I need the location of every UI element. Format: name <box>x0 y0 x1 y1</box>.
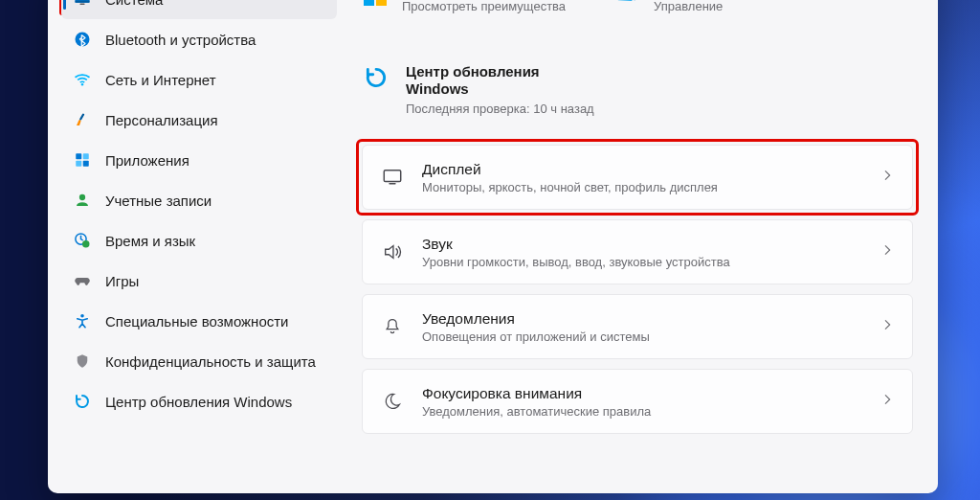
sidebar-item-label: Приложения <box>105 152 189 169</box>
sidebar-item-apps[interactable]: Приложения <box>61 140 337 180</box>
card-sound[interactable]: Звук Уровни громкости, вывод, ввод, звук… <box>362 219 913 284</box>
card-display[interactable]: Дисплей Мониторы, яркость, ночной свет, … <box>362 145 913 210</box>
card-sub: Уровни громкости, вывод, ввод, звуковые … <box>422 255 862 269</box>
svg-rect-14 <box>384 170 400 182</box>
moon-icon <box>380 392 405 411</box>
svg-rect-7 <box>83 153 89 159</box>
promo-sub: Просмотреть преимущества <box>402 0 566 13</box>
gamepad-icon <box>73 271 92 290</box>
svg-point-10 <box>79 194 85 200</box>
svg-point-4 <box>81 83 83 85</box>
card-sub: Оповещения от приложений и системы <box>422 330 862 344</box>
card-notifications[interactable]: Уведомления Оповещения от приложений и с… <box>362 294 913 359</box>
sound-icon <box>380 241 405 262</box>
svg-rect-15 <box>389 183 395 184</box>
svg-rect-5 <box>79 113 85 121</box>
chevron-right-icon <box>880 317 895 336</box>
card-sub: Уведомления, автоматические правила <box>422 404 862 419</box>
settings-cards: Дисплей Мониторы, яркость, ночной свет, … <box>362 145 913 434</box>
apps-icon <box>73 150 92 170</box>
svg-point-12 <box>82 240 90 248</box>
windows-update-tile[interactable]: Центр обновленияWindows Последняя провер… <box>362 63 913 116</box>
sidebar-item-label: Персонализация <box>105 112 218 128</box>
sidebar-item-label: Время и язык <box>105 233 195 249</box>
card-title: Фокусировка внимания <box>422 385 862 402</box>
sidebar-item-label: Специальные возможности <box>105 313 289 330</box>
svg-point-3 <box>76 33 90 47</box>
sidebar-item-accessibility[interactable]: Специальные возможности <box>61 301 337 341</box>
sidebar-item-label: Конфиденциальность и защита <box>105 353 316 370</box>
sidebar-item-bluetooth[interactable]: Bluetooth и устройства <box>61 19 337 59</box>
clock-globe-icon <box>73 231 92 250</box>
chevron-right-icon <box>880 392 895 411</box>
sidebar-item-label: Сеть и Интернет <box>105 72 216 88</box>
promo-row: Microsoft 365 Просмотреть преимущества O… <box>362 0 913 13</box>
shield-icon <box>73 352 92 371</box>
sidebar: Система Bluetooth и устройства Сеть и Ин… <box>48 0 345 493</box>
svg-rect-9 <box>83 161 89 167</box>
card-title: Дисплей <box>422 161 862 178</box>
sidebar-item-windows-update[interactable]: Центр обновления Windows <box>61 381 337 421</box>
paintbrush-icon <box>73 110 92 129</box>
update-sub: Последняя проверка: 10 ч назад <box>406 102 594 116</box>
card-title: Уведомления <box>422 310 862 328</box>
card-title: Звук <box>422 236 862 253</box>
settings-window: Система Bluetooth и устройства Сеть и Ин… <box>48 0 938 493</box>
sidebar-item-personalization[interactable]: Персонализация <box>61 100 337 140</box>
svg-rect-6 <box>76 153 81 159</box>
update-title: Центр обновленияWindows <box>406 63 594 98</box>
sidebar-item-label: Учетные записи <box>105 193 212 209</box>
sidebar-item-accounts[interactable]: Учетные записи <box>61 180 337 220</box>
bell-icon <box>380 317 405 336</box>
main-panel: Microsoft 365 Просмотреть преимущества O… <box>345 0 938 493</box>
svg-rect-8 <box>76 161 81 167</box>
monitor-icon <box>73 0 92 9</box>
sidebar-item-network[interactable]: Сеть и Интернет <box>61 59 337 100</box>
chevron-right-icon <box>880 242 895 261</box>
sidebar-item-gaming[interactable]: Игры <box>61 261 337 301</box>
svg-point-13 <box>80 314 84 318</box>
accessibility-icon <box>73 311 92 330</box>
display-icon <box>380 167 405 188</box>
update-icon <box>73 392 92 411</box>
bluetooth-icon <box>73 30 92 49</box>
onedrive-icon <box>613 0 640 8</box>
card-sub: Мониторы, яркость, ночной свет, профиль … <box>422 180 862 194</box>
sidebar-item-time-language[interactable]: Время и язык <box>61 220 337 261</box>
person-icon <box>73 191 92 210</box>
svg-rect-1 <box>76 1 90 3</box>
promo-sub: Управление <box>654 0 723 13</box>
microsoft-logo-icon <box>362 0 389 8</box>
sidebar-item-label: Центр обновления Windows <box>105 394 292 410</box>
promo-microsoft365[interactable]: Microsoft 365 Просмотреть преимущества <box>362 0 566 13</box>
sidebar-item-label: Система <box>105 0 163 8</box>
sidebar-item-label: Игры <box>105 273 139 289</box>
update-icon <box>362 63 390 92</box>
promo-onedrive[interactable]: OneDrive Управление <box>613 0 723 13</box>
wifi-icon <box>73 70 92 89</box>
svg-rect-2 <box>79 4 84 6</box>
sidebar-item-privacy[interactable]: Конфиденциальность и защита <box>61 341 337 381</box>
chevron-right-icon <box>880 168 895 187</box>
sidebar-item-label: Bluetooth и устройства <box>105 32 256 48</box>
card-focus-assist[interactable]: Фокусировка внимания Уведомления, автома… <box>362 369 913 434</box>
sidebar-item-system[interactable]: Система <box>61 0 337 19</box>
